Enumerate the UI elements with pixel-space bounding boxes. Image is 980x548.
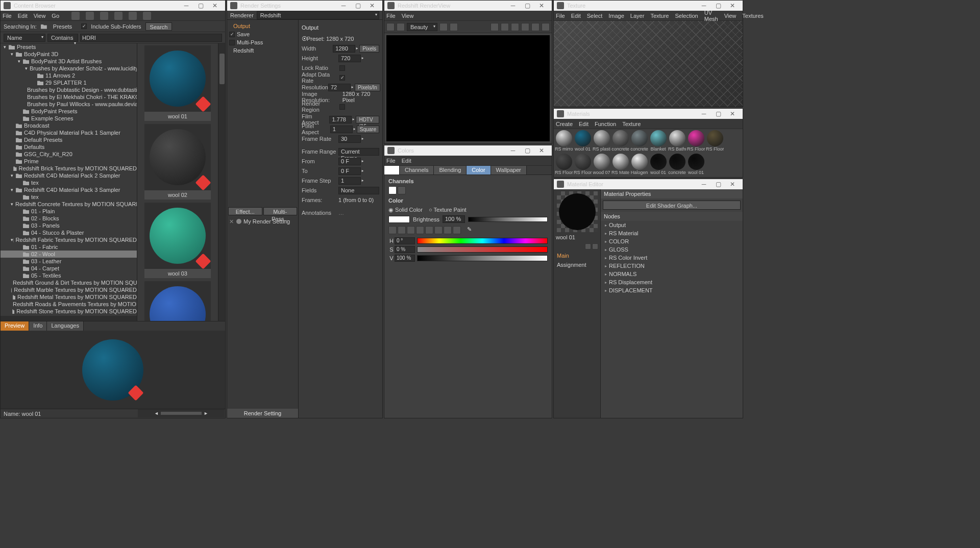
tree-item[interactable]: 03 - Leather xyxy=(1,258,137,265)
tree-item[interactable]: Defaults xyxy=(1,143,137,151)
settings-icon[interactable] xyxy=(531,23,540,31)
close-button[interactable]: ✕ xyxy=(534,1,549,10)
minimize-button[interactable]: ─ xyxy=(179,1,193,10)
from-input[interactable]: 0 F xyxy=(338,158,361,165)
hue-input[interactable]: 0 ° xyxy=(395,237,415,244)
close-button[interactable]: ✕ xyxy=(725,109,740,118)
my-render-setting-row[interactable]: ✕ My Render Setting xyxy=(227,216,298,227)
brightness-slider[interactable] xyxy=(468,217,548,222)
frame-rate-input[interactable]: 30 xyxy=(338,135,361,143)
menu-edit[interactable]: Edit xyxy=(571,13,581,19)
zoom-icon[interactable] xyxy=(521,23,529,31)
search-button[interactable]: Search xyxy=(145,22,173,31)
menu-uvmesh[interactable]: UV Mesh xyxy=(704,10,718,22)
texture-paint-radio[interactable]: ○ Texture Paint xyxy=(429,207,467,213)
resolution-units[interactable]: Pixels/In xyxy=(355,84,380,91)
material-cell[interactable]: Blanket xyxy=(649,130,667,153)
menu-file[interactable]: File xyxy=(556,13,565,19)
material-cell[interactable]: Halogen xyxy=(630,154,648,176)
thumb-zoom-slider[interactable]: ◄► xyxy=(138,409,225,417)
close-button[interactable]: ✕ xyxy=(725,1,740,10)
render-viewport[interactable] xyxy=(386,35,550,141)
maximize-button[interactable]: ▢ xyxy=(351,1,365,10)
tree-item[interactable]: Prime xyxy=(1,158,137,165)
aov-dropdown[interactable]: Beauty xyxy=(407,23,437,31)
filter-condition-dropdown[interactable]: Contains xyxy=(47,34,78,42)
tree-item[interactable]: 01 - Fabric xyxy=(1,243,137,251)
render-item-output[interactable]: Output xyxy=(229,22,296,30)
tree-item[interactable]: ▾Presets xyxy=(1,43,137,51)
filter-text-input[interactable] xyxy=(80,34,222,42)
node-row[interactable]: RS Material xyxy=(601,229,743,237)
tree-item[interactable]: 05 - Textiles xyxy=(1,272,137,279)
main-link[interactable]: Main xyxy=(556,251,598,261)
material-cell[interactable]: wool 01 xyxy=(574,130,592,153)
mode-picture-icon[interactable] xyxy=(416,226,424,234)
close-button[interactable]: ✕ xyxy=(725,180,740,189)
node-row[interactable]: RS Displacement xyxy=(601,278,743,286)
tree-item[interactable]: Redshift Roads & Pavements Textures by M… xyxy=(1,301,137,308)
colors-titlebar[interactable]: Colors ─ ▢ ✕ xyxy=(384,145,552,156)
tree-item[interactable]: Brushes by Paul Willocks - www.paulw.dev… xyxy=(1,101,137,108)
renderview-titlebar[interactable]: Redshift RenderView ─ ▢ ✕ xyxy=(384,1,552,11)
material-cell[interactable]: RS Floor xyxy=(687,130,705,153)
tree-item[interactable]: Redshift Ground & Dirt Textures by MOTIO… xyxy=(1,279,137,286)
pixel-aspect-preset[interactable]: Square xyxy=(357,126,379,133)
tree-item[interactable]: 02 - Blocks xyxy=(1,215,137,222)
tree-item[interactable]: 04 - Carpet xyxy=(1,265,137,272)
node-row[interactable]: GLOSS xyxy=(601,245,743,254)
minimize-button[interactable]: ─ xyxy=(697,1,711,10)
tab-languages[interactable]: Languages xyxy=(47,321,83,331)
material-cell[interactable]: concrete xyxy=(668,154,686,176)
tree-item[interactable]: C4D Physical Material Pack 1 Sampler xyxy=(1,129,137,136)
menu-selection[interactable]: Selection xyxy=(675,13,698,19)
frame-step-input[interactable]: 1 xyxy=(338,177,361,185)
tree-item[interactable]: ▾BodyPaint 3D Artist Brushes xyxy=(1,58,137,65)
close-button[interactable]: ✕ xyxy=(534,146,549,155)
node-row[interactable]: DISPLACEMENT xyxy=(601,286,743,294)
close-setting-icon[interactable]: ✕ xyxy=(228,218,234,225)
menu-image[interactable]: Image xyxy=(608,13,624,19)
material-preview-label[interactable]: wool 01 xyxy=(556,232,598,242)
tree-item[interactable]: tex xyxy=(1,179,137,186)
mode-mixer-icon[interactable] xyxy=(434,226,443,234)
tree-item[interactable]: ▾Redshift C4D Material Pack 2 Sampler xyxy=(1,172,137,179)
tree-item[interactable]: ▾Redshift Concrete Textures by MOTION SQ… xyxy=(1,201,137,208)
render-item-multipass[interactable]: Multi-Pass xyxy=(237,38,267,46)
multipass-button[interactable]: Multi-Pass... xyxy=(263,207,298,215)
tree-item[interactable]: 04 - Stucco & Plaster xyxy=(1,229,137,236)
close-button[interactable]: ✕ xyxy=(208,1,222,10)
material-cell[interactable]: RS mirro xyxy=(555,130,573,153)
include-subfolders-checkbox[interactable] xyxy=(81,23,87,29)
tree-item[interactable]: 03 - Panels xyxy=(1,222,137,229)
effect-button[interactable]: Effect... xyxy=(228,207,262,215)
node-row[interactable]: RS Color Invert xyxy=(601,254,743,262)
val-slider[interactable] xyxy=(417,255,548,261)
material-cell[interactable]: wood 07 xyxy=(593,154,610,176)
hue-slider[interactable] xyxy=(417,238,548,244)
eyedropper-icon[interactable]: ✎ xyxy=(467,226,475,234)
materials-titlebar[interactable]: Materials ─ ▢ ✕ xyxy=(554,109,743,119)
mode-hex-icon[interactable] xyxy=(453,226,461,234)
menu-go[interactable]: Go xyxy=(52,13,59,19)
preview-refresh-icon[interactable] xyxy=(592,243,598,250)
refresh-icon[interactable] xyxy=(143,12,151,20)
tree-item[interactable]: tex xyxy=(1,193,137,201)
nav-fwd-icon[interactable] xyxy=(86,12,94,20)
material-cell[interactable]: wool 01 xyxy=(687,154,705,176)
render-start-icon[interactable] xyxy=(386,23,395,31)
render-item-save[interactable]: Save xyxy=(237,30,254,38)
multipass-checkbox[interactable] xyxy=(229,40,235,45)
node-row[interactable]: Output xyxy=(601,221,743,229)
render-settings-titlebar[interactable]: Render Settings ─ ▢ ✕ xyxy=(227,1,382,11)
color-swatch-tab[interactable] xyxy=(384,166,400,175)
tree-item[interactable]: 11 Arrows 2 xyxy=(1,72,137,79)
minimize-button[interactable]: ─ xyxy=(697,109,711,118)
menu-texture[interactable]: Texture xyxy=(650,13,669,19)
tree-item[interactable]: Redshift Metal Textures by MOTION SQUARE… xyxy=(1,293,137,301)
tree-item[interactable]: Default Presets xyxy=(1,136,137,143)
material-thumbnail[interactable]: wool 04 xyxy=(144,281,211,321)
tab-preview[interactable]: Preview xyxy=(1,321,29,331)
menu-file[interactable]: File xyxy=(3,13,12,19)
width-units[interactable]: Pixels xyxy=(359,45,379,53)
